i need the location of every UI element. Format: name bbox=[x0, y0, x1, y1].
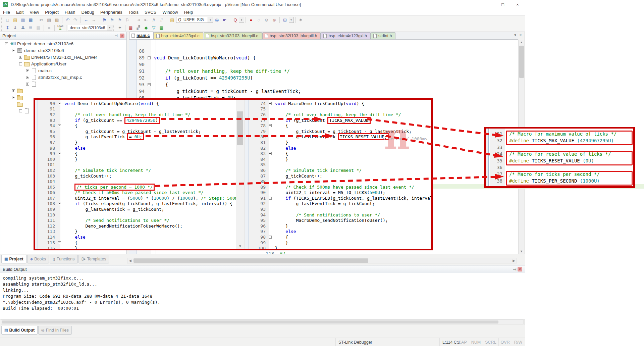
dropdown-arrow-icon[interactable]: ▾ bbox=[107, 25, 112, 31]
manage-books-icon[interactable]: ▩ bbox=[158, 24, 165, 31]
fold-minus-icon[interactable] bbox=[58, 152, 61, 155]
horizontal-scrollbar-thumb[interactable] bbox=[133, 258, 368, 263]
software-packs-icon[interactable]: ◆ bbox=[142, 24, 150, 31]
scroll-down-icon[interactable]: ▼ bbox=[519, 249, 524, 254]
menu-item-file[interactable]: File bbox=[0, 10, 13, 15]
batch-setup-icon[interactable]: ▦ bbox=[35, 24, 42, 31]
save-all-icon[interactable]: ▦ bbox=[27, 16, 35, 23]
menu-item-help[interactable]: Help bbox=[181, 10, 196, 15]
collapse-icon[interactable] bbox=[19, 109, 22, 112]
tree-item-drivers-stm32f1xx-hal-driver[interactable]: Drivers/STM32F1xx_HAL_Driver bbox=[0, 54, 126, 60]
menu-item-flash[interactable]: Flash bbox=[62, 10, 78, 15]
paste-icon[interactable]: ▧ bbox=[53, 16, 61, 23]
copy-icon[interactable]: ▨ bbox=[45, 16, 53, 23]
menu-item-project[interactable]: Project bbox=[42, 10, 61, 15]
fold-minus-icon[interactable] bbox=[58, 241, 61, 244]
new-file-icon[interactable]: □ bbox=[4, 16, 11, 23]
debug-windows-icon[interactable]: ⊞ bbox=[281, 16, 289, 23]
fold-minus-icon[interactable] bbox=[269, 236, 272, 239]
kill-all-breakpoints-icon[interactable]: ⊗ bbox=[270, 16, 278, 23]
expand-icon[interactable] bbox=[26, 69, 29, 72]
tree-item-stm32f1xx-hal-msp-c[interactable]: stm32f1xx_hal_msp.c bbox=[0, 74, 126, 81]
panel-tab-functions[interactable]: {}Functions bbox=[50, 255, 78, 263]
scroll-up-icon[interactable]: ▲ bbox=[519, 40, 524, 45]
menu-item-window[interactable]: Window bbox=[159, 10, 181, 15]
expand-icon[interactable] bbox=[12, 96, 15, 99]
batch-build-icon[interactable]: ≣ bbox=[27, 24, 35, 31]
menu-item-debug[interactable]: Debug bbox=[78, 10, 97, 15]
expand-icon[interactable] bbox=[19, 56, 22, 59]
tab-close-icon[interactable]: × bbox=[518, 33, 523, 37]
menu-item-tools[interactable]: Tools bbox=[125, 10, 142, 15]
pin-icon[interactable]: ⊣ bbox=[113, 34, 119, 38]
maximize-button[interactable]: □ bbox=[495, 0, 510, 9]
bookmark-prev-icon[interactable]: ⚑ bbox=[108, 16, 116, 23]
download-flash-icon[interactable]: LOAD⇊ bbox=[56, 24, 65, 31]
uncomment-selection-icon[interactable]: // bbox=[158, 16, 165, 23]
dropdown-arrow-icon[interactable]: ▾ bbox=[208, 17, 213, 23]
close-button[interactable]: × bbox=[510, 0, 525, 9]
pack-installer-icon[interactable]: ▽ bbox=[150, 24, 158, 31]
tree-item-project-demo-stm32f103c6[interactable]: Project: demo_stm32f103c6 bbox=[0, 40, 126, 47]
file-tab-bsp-ektm4c123gxl-h[interactable]: bsp_ektm4c123gxl.h bbox=[321, 32, 371, 39]
quick-find-icon[interactable]: Q bbox=[231, 16, 239, 23]
incremental-find-icon[interactable]: ☛ bbox=[221, 16, 228, 23]
configure-tools-icon[interactable]: ✶ bbox=[297, 16, 305, 23]
bookmark-clear-icon[interactable]: ⚐ bbox=[124, 16, 131, 23]
bookmark-next-icon[interactable]: ⚑ bbox=[116, 16, 124, 23]
expand-icon[interactable] bbox=[12, 89, 15, 92]
open-file-icon[interactable]: ▤ bbox=[11, 16, 19, 23]
scroll-right-icon[interactable]: ▶ bbox=[511, 259, 517, 262]
bookmark-toggle-icon[interactable]: ⚑ bbox=[101, 16, 108, 23]
fold-minus-icon[interactable] bbox=[148, 56, 151, 59]
build-output-text[interactable]: compiling system_stm32f1xx.c...assemblin… bbox=[0, 273, 525, 319]
user-sig-combo[interactable]: Q_USER_SIG bbox=[176, 17, 208, 23]
disable-all-breakpoints-icon[interactable]: ⊘ bbox=[263, 16, 270, 23]
expand-icon[interactable] bbox=[26, 76, 29, 79]
fold-minus-icon[interactable] bbox=[58, 102, 61, 105]
fold-minus-icon[interactable] bbox=[269, 197, 272, 200]
tree-item-main-c[interactable]: main.c bbox=[0, 67, 126, 74]
file-tab-bsp-stm32f103-bluepill-c[interactable]: bsp_stm32f103_bluepill.c bbox=[204, 32, 262, 39]
fold-minus-icon[interactable] bbox=[148, 83, 151, 86]
translate-file-icon[interactable]: ↧ bbox=[4, 24, 11, 31]
target-select-combo[interactable]: demo_stm32f103c6 bbox=[68, 25, 107, 31]
file-tab-bsp-ektm4c123gxl-c[interactable]: bsp_ektm4c123gxl.c bbox=[154, 32, 203, 39]
tree-item-demo-stm32f103c6[interactable]: demo_stm32f103c6 bbox=[0, 47, 126, 54]
menu-item-peripherals[interactable]: Peripherals bbox=[97, 10, 125, 15]
close-icon[interactable]: × bbox=[518, 267, 522, 271]
save-icon[interactable]: ▥ bbox=[19, 16, 27, 23]
fold-minus-icon[interactable] bbox=[269, 102, 272, 105]
collapse-icon[interactable] bbox=[19, 62, 22, 65]
tree-item[interactable] bbox=[0, 81, 126, 87]
enable-breakpoint-icon[interactable]: ◌ bbox=[255, 16, 263, 23]
build-output-scrollbar[interactable] bbox=[1, 319, 524, 325]
fold-minus-icon[interactable] bbox=[58, 202, 61, 205]
redo-icon[interactable]: ↷ bbox=[71, 16, 79, 23]
navigate-forward-icon[interactable]: → bbox=[90, 16, 98, 23]
scroll-left-icon[interactable]: ◀ bbox=[127, 259, 133, 262]
undo-icon[interactable]: ↶ bbox=[64, 16, 71, 23]
dropdown-arrow-icon[interactable]: ▾ bbox=[289, 17, 294, 23]
panel-tab-books[interactable]: ◆Books bbox=[27, 255, 49, 263]
target-options-icon[interactable]: ✦ bbox=[116, 24, 124, 31]
build-target-icon[interactable]: ⇓ bbox=[11, 24, 19, 31]
manage-run-time-environment-icon[interactable]: ▩ bbox=[127, 24, 135, 31]
menu-item-view[interactable]: View bbox=[26, 10, 42, 15]
rebuild-all-icon[interactable]: ⇊ bbox=[19, 24, 27, 31]
tree-item-applications-user[interactable]: Applications/User bbox=[0, 60, 126, 67]
indent-right-icon[interactable]: ⇥ bbox=[135, 16, 142, 23]
fold-minus-icon[interactable] bbox=[269, 124, 272, 127]
tab-scroll-icon[interactable]: ▾ bbox=[513, 33, 518, 37]
panel-tab-templates[interactable]: {}▸Templates bbox=[78, 255, 109, 263]
file-tab-main-c[interactable]: main.c bbox=[129, 32, 154, 39]
panel-tab-project[interactable]: ▣Project bbox=[1, 255, 26, 263]
expand-icon[interactable] bbox=[26, 83, 29, 86]
comment-selection-icon[interactable]: // bbox=[150, 16, 158, 23]
stop-build-icon[interactable]: ■ bbox=[45, 24, 53, 31]
find-in-files-icon[interactable]: ◎ bbox=[213, 16, 221, 23]
collapse-icon[interactable] bbox=[5, 42, 8, 45]
dock-tab-find-in-files[interactable]: ◎Find In Files bbox=[38, 326, 72, 335]
dropdown-arrow-icon[interactable]: ▾ bbox=[239, 17, 244, 23]
file-tab-bsp-stm32f103-bluepill-h[interactable]: bsp_stm32f103_bluepill.h bbox=[262, 32, 321, 39]
